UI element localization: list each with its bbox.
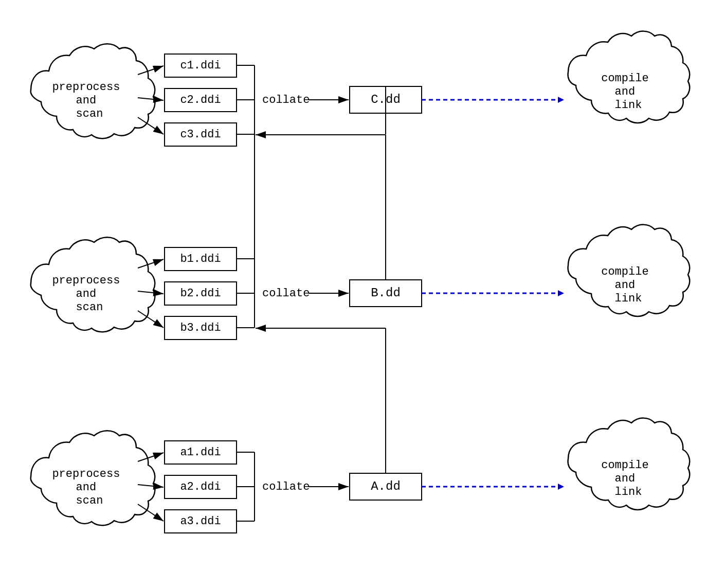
label-b2-ddi: b2.ddi	[180, 287, 221, 300]
label-c2-ddi: c2.ddi	[180, 94, 221, 106]
cloud-c: preprocess and scan	[31, 44, 155, 138]
diagram: preprocess and scan c1.ddi c2.ddi c3.ddi…	[0, 0, 725, 588]
label-add: A.dd	[371, 479, 401, 493]
cloud-a: preprocess and scan	[31, 431, 155, 525]
label-a3-ddi: a3.ddi	[180, 515, 221, 528]
cloud-compile-a: compile and link	[568, 418, 690, 510]
svg-marker-10	[558, 97, 564, 103]
svg-marker-22	[558, 290, 564, 296]
label-c1-ddi: c1.ddi	[180, 59, 221, 72]
label-a2-ddi: a2.ddi	[180, 480, 221, 493]
label-b3-ddi: b3.ddi	[180, 322, 221, 334]
svg-marker-34	[558, 484, 564, 490]
collate-c-label: collate	[262, 94, 310, 106]
label-c3-ddi: c3.ddi	[180, 128, 221, 141]
label-bdd: B.dd	[371, 286, 401, 300]
collate-b-label: collate	[262, 287, 310, 300]
collate-a-label: collate	[262, 480, 310, 493]
cloud-compile-b: compile and link	[568, 225, 690, 316]
label-b1-ddi: b1.ddi	[180, 253, 221, 265]
label-a1-ddi: a1.ddi	[180, 446, 221, 459]
cloud-b: preprocess and scan	[31, 237, 155, 332]
cloud-compile-c: compile and link	[568, 31, 690, 123]
